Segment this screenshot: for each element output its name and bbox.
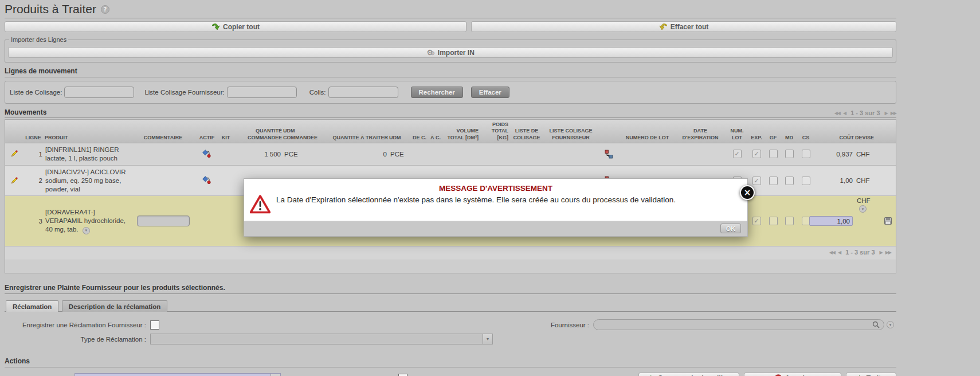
next-page-icon[interactable]: ▶ [885, 111, 888, 116]
packing-list-input[interactable] [64, 87, 134, 98]
supplier-packing-list-label: Liste Colisage Fournisseur: [144, 89, 224, 96]
col-save [880, 120, 896, 143]
product-cell: [DINJACIV2V-] ACICLOVIR sodium, eq. 250 … [44, 166, 130, 196]
md-checkbox[interactable] [785, 177, 794, 185]
empty-row [5, 260, 896, 273]
movement-lines-heading: Lignes de mouvement [5, 67, 896, 77]
ok-button[interactable]: OK [720, 224, 741, 233]
process-button[interactable]: Traiter [846, 373, 896, 376]
copy-all-button[interactable]: Copier tout [5, 21, 467, 32]
comment-input[interactable] [137, 216, 190, 226]
top-toolbar: Copier tout Effacer tout [5, 21, 896, 32]
package-input[interactable] [328, 87, 398, 98]
help-icon[interactable]: ? [101, 5, 109, 14]
md-checkbox[interactable] [785, 150, 794, 158]
kit-cell [218, 166, 234, 196]
product-dropdown-icon[interactable]: ▾ [83, 227, 90, 234]
register-complaint-label: Enregistrer une Réclamation Fournisseur … [5, 322, 150, 328]
import-in-button[interactable]: ⚙⚙ Importer IN [8, 47, 893, 58]
line-number: 3 [22, 196, 44, 246]
first-page-icon[interactable]: ◀◀ [834, 111, 840, 116]
cs-checkbox[interactable] [802, 150, 810, 158]
tab-description-reclamation[interactable]: Description de la réclamation [62, 300, 167, 312]
next-page-icon[interactable]: ▶ [880, 250, 883, 255]
edit-pencil-icon[interactable] [10, 150, 18, 158]
qty-to-process-cell: 0 [326, 143, 389, 165]
import-lines-legend: Importer des Lignes [9, 36, 68, 43]
col-packing-list: LISTE DE COLISAGE [509, 120, 544, 143]
gf-checkbox[interactable] [769, 217, 778, 225]
action-buttons: Sauvegarder brouillon Annuler Traiter [638, 373, 896, 376]
direct-zone-checkbox[interactable]: ✓ [398, 374, 407, 376]
col-md: MD [781, 120, 797, 143]
currency-cell: CHF [854, 166, 880, 196]
dialog-footer: OK [244, 221, 747, 236]
prev-page-icon[interactable]: ◀ [843, 111, 846, 116]
md-checkbox[interactable] [785, 217, 794, 225]
gears-icon: ⚙⚙ [426, 49, 435, 57]
col-from-c: DE C. [411, 120, 428, 143]
import-lines-fieldset: Importer des Lignes ⚙⚙ Importer IN [5, 36, 896, 62]
exp-checkbox[interactable]: ✓ [752, 177, 761, 185]
col-comment: COMMENTAIRE [130, 120, 196, 143]
complaint-panel: Enregistrer une Réclamation Fournisseur … [5, 312, 896, 352]
cancel-button[interactable]: Annuler [744, 373, 841, 376]
supplier-complaint-heading: Enregistrer une Plainte Fournisseur pour… [5, 284, 896, 294]
col-expiration-date: DATE D'EXPIRATION [675, 120, 726, 143]
dialog-message: La Date d'Expiration sélectionnée n'exis… [276, 195, 676, 205]
search-icon[interactable] [872, 321, 880, 328]
actions-row: Type de Destination ? : Autres Types ▾ D… [5, 373, 896, 376]
register-complaint-checkbox[interactable] [150, 320, 159, 330]
col-qty-to-process: QUANTITÉ À TRAITER [326, 120, 389, 143]
gf-checkbox[interactable] [769, 150, 778, 158]
complaint-tabbar: Réclamation Description de la réclamatio… [5, 300, 896, 312]
col-to-c: À C. [428, 120, 444, 143]
col-active: ACTIF [196, 120, 218, 143]
expiration-date-cell [675, 143, 726, 165]
col-udm: UDM [389, 120, 411, 143]
chevron-down-icon[interactable]: ▾ [483, 334, 492, 344]
complaint-type-select[interactable]: ▾ [150, 334, 493, 344]
supplier-input[interactable] [593, 319, 884, 330]
close-icon[interactable]: × [740, 185, 755, 200]
gf-checkbox[interactable] [769, 177, 778, 185]
destination-type-select[interactable]: Autres Types ▾ [75, 373, 281, 376]
destination-type-value: Autres Types [75, 374, 271, 376]
search-button[interactable]: Rechercher [411, 87, 463, 98]
col-line: LIGNE [22, 120, 44, 143]
table-header-row: LIGNE PRODUIT COMMENTAIRE ACTIF KIT QUAN… [5, 120, 896, 143]
comment-cell [130, 143, 196, 165]
empty-row: ◀◀ ◀ 1 - 3 sur 3 ▶ ▶▶ [5, 246, 896, 260]
prev-page-icon[interactable]: ◀ [838, 250, 841, 255]
col-supplier-packing-list: LISTE COLISAGE FOURNISSEUR [544, 120, 597, 143]
qty-ordered-cell: 1 500 [234, 143, 283, 165]
save-row-icon[interactable] [884, 217, 892, 225]
exp-checkbox[interactable]: ✓ [752, 217, 761, 225]
exp-checkbox[interactable]: ✓ [752, 150, 761, 158]
cost-input[interactable] [809, 216, 853, 226]
cost-cell: 0,937 [814, 143, 854, 165]
cs-checkbox[interactable] [802, 177, 810, 185]
col-cs: CS [797, 120, 814, 143]
pagination-label: 1 - 3 sur 3 [845, 249, 875, 256]
clear-button[interactable]: Effacer [471, 87, 509, 98]
supplier-packing-list-input[interactable] [227, 87, 297, 98]
currency-dropdown-icon[interactable]: ▾ [859, 205, 867, 213]
num-lot-checkbox[interactable]: ✓ [733, 150, 742, 158]
chevron-down-icon[interactable]: ▾ [271, 374, 280, 376]
udm-cell: PCE [389, 143, 411, 165]
currency-cell: CHF ▾ [854, 196, 880, 246]
active-ingredient-icon [202, 150, 211, 159]
last-page-icon[interactable]: ▶▶ [885, 250, 891, 255]
col-num-lot: NUM. LOT [726, 120, 748, 143]
warning-dialog: × MESSAGE D'AVERTISSEMENT La Date d'Expi… [244, 178, 748, 237]
edit-pencil-icon[interactable] [10, 177, 18, 185]
tab-reclamation[interactable]: Réclamation [6, 300, 58, 312]
erase-all-button[interactable]: Effacer tout [471, 21, 896, 32]
first-page-icon[interactable]: ◀◀ [829, 250, 835, 255]
supplier-dropdown-icon[interactable]: ▾ [887, 321, 894, 328]
save-draft-button[interactable]: Sauvegarder brouillon [638, 373, 739, 376]
assign-lot-icon[interactable] [605, 150, 613, 159]
last-page-icon[interactable]: ▶▶ [891, 111, 896, 116]
pagination-label: 1 - 3 sur 3 [850, 109, 880, 116]
